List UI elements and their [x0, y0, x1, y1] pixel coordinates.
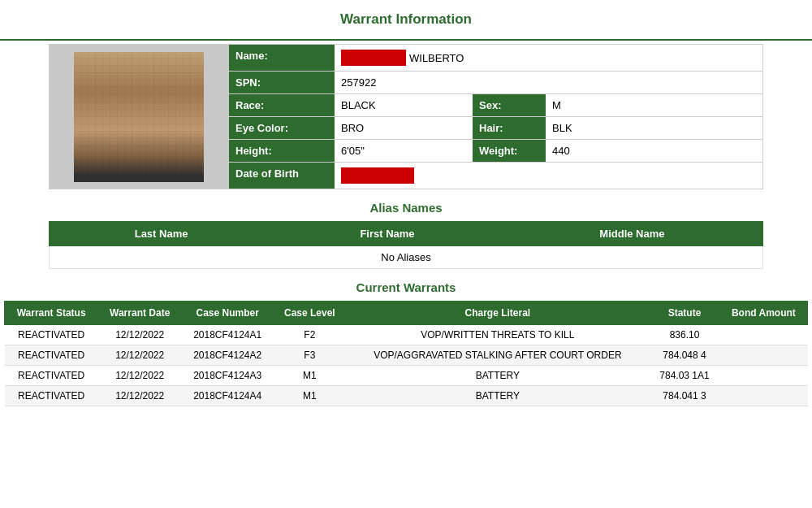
alias-section-title: Alias Names	[0, 189, 812, 221]
hair-group: Hair: BLK	[473, 117, 762, 139]
warrant-bond-amount	[719, 386, 807, 406]
name-row: Name: WILBERTO	[229, 45, 762, 72]
dob-redacted-block	[341, 167, 414, 184]
warrant-date: 12/12/2022	[98, 386, 182, 406]
warrant-case-number: 2018CF4124A1	[182, 325, 274, 345]
hair-label: Hair:	[473, 117, 546, 139]
warrant-status: REACTIVATED	[5, 386, 98, 406]
warrant-row: REACTIVATED12/12/20222018CF4124A4M1BATTE…	[5, 386, 808, 406]
sex-label: Sex:	[473, 94, 546, 116]
no-aliases-row: No Aliases	[50, 246, 763, 269]
col-warrant-status: Warrant Status	[5, 302, 98, 325]
warrant-statute: 836.10	[650, 325, 719, 345]
col-statute: Statute	[650, 302, 719, 325]
spn-row: SPN: 257922	[229, 72, 762, 94]
eye-color-label: Eye Color:	[229, 117, 335, 139]
warrant-row: REACTIVATED12/12/20222018CF4124A1F2VOP/W…	[5, 325, 808, 345]
warrant-row: REACTIVATED12/12/20222018CF4124A3M1BATTE…	[5, 366, 808, 386]
eye-hair-row: Eye Color: BRO Hair: BLK	[229, 117, 762, 140]
warrant-statute: 784.041 3	[650, 386, 719, 406]
warrant-bond-amount	[719, 366, 807, 386]
col-case-number: Case Number	[182, 302, 274, 325]
height-weight-row: Height: 6'05" Weight: 440	[229, 140, 762, 163]
spn-value: 257922	[335, 72, 762, 93]
warrant-case-level: F3	[274, 345, 346, 366]
weight-label: Weight:	[473, 140, 546, 162]
warrant-status: REACTIVATED	[5, 325, 98, 345]
warrant-bond-amount	[719, 345, 807, 366]
warrant-charge-literal: VOP/AGGRAVATED STALKING AFTER COURT ORDE…	[346, 345, 650, 366]
warrants-section-title: Current Warrants	[0, 269, 812, 301]
warrant-case-number: 2018CF4124A3	[182, 366, 274, 386]
sex-group: Sex: M	[473, 94, 762, 116]
alias-header-row: Last Name First Name Middle Name	[50, 222, 763, 246]
sex-value: M	[546, 94, 762, 116]
dob-label: Date of Birth	[229, 163, 335, 189]
warrant-charge-literal: BATTERY	[346, 366, 650, 386]
warrant-row: REACTIVATED12/12/20222018CF4124A2F3VOP/A…	[5, 345, 808, 366]
col-case-level: Case Level	[274, 302, 346, 325]
spn-label: SPN:	[229, 72, 335, 93]
name-label: Name:	[229, 45, 335, 71]
col-warrant-date: Warrant Date	[98, 302, 182, 325]
warrant-case-level: F2	[274, 325, 346, 345]
dob-value	[335, 163, 762, 189]
warrant-status: REACTIVATED	[5, 366, 98, 386]
warrants-header-row: Warrant Status Warrant Date Case Number …	[5, 302, 808, 325]
warrant-bond-amount	[719, 325, 807, 345]
warrant-date: 12/12/2022	[98, 345, 182, 366]
warrant-date: 12/12/2022	[98, 366, 182, 386]
weight-group: Weight: 440	[473, 140, 762, 162]
height-label: Height:	[229, 140, 335, 162]
name-redacted-block	[341, 50, 406, 66]
alias-table: Last Name First Name Middle Name No Alia…	[49, 221, 763, 269]
race-value: BLACK	[335, 94, 473, 116]
warrant-status: REACTIVATED	[5, 345, 98, 366]
warrant-charge-literal: BATTERY	[346, 386, 650, 406]
eye-color-value: BRO	[335, 117, 473, 139]
warrant-date: 12/12/2022	[98, 325, 182, 345]
info-fields: Name: WILBERTO SPN: 257922 Race: BLACK S…	[228, 45, 762, 189]
col-bond-amount: Bond Amount	[719, 302, 807, 325]
race-label: Race:	[229, 94, 335, 116]
name-visible: WILBERTO	[409, 52, 464, 64]
warrant-case-number: 2018CF4124A2	[182, 345, 274, 366]
person-photo	[50, 45, 228, 189]
warrants-table: Warrant Status Warrant Date Case Number …	[4, 301, 808, 406]
no-aliases-text: No Aliases	[50, 246, 763, 269]
warrant-statute: 784.048 4	[650, 345, 719, 366]
warrant-charge-literal: VOP/WRITTEN THREATS TO KILL	[346, 325, 650, 345]
height-value: 6'05"	[335, 140, 473, 162]
col-charge-literal: Charge Literal	[346, 302, 650, 325]
alias-col-first-name: First Name	[274, 222, 502, 246]
hair-value: BLK	[546, 117, 762, 139]
warrant-case-number: 2018CF4124A4	[182, 386, 274, 406]
name-value: WILBERTO	[335, 45, 762, 71]
weight-value: 440	[546, 140, 762, 162]
photo-placeholder	[74, 52, 204, 182]
race-sex-row: Race: BLACK Sex: M	[229, 94, 762, 117]
page-title: Warrant Information	[0, 0, 812, 36]
dob-row: Date of Birth	[229, 163, 762, 189]
warrant-case-level: M1	[274, 366, 346, 386]
person-info-container: Name: WILBERTO SPN: 257922 Race: BLACK S…	[49, 44, 763, 189]
warrant-statute: 784.03 1A1	[650, 366, 719, 386]
alias-col-last-name: Last Name	[50, 222, 274, 246]
warrant-case-level: M1	[274, 386, 346, 406]
alias-col-middle-name: Middle Name	[501, 222, 762, 246]
